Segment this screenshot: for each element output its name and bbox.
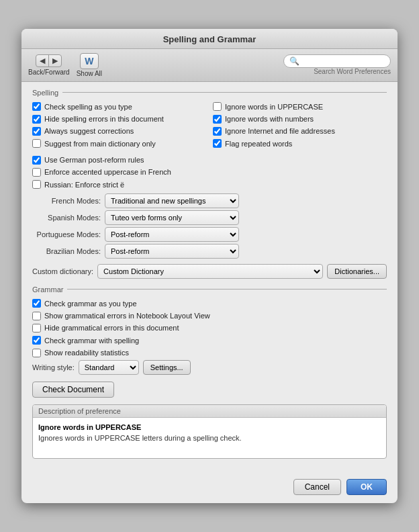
ignore-internet-label: Ignore Internet and file addresses [225, 126, 335, 136]
portuguese-mode-select[interactable]: Post-reform [105, 227, 239, 242]
hide-spelling-checkbox[interactable] [32, 115, 41, 124]
suggest-main-label: Suggest from main dictionary only [44, 139, 156, 148]
enforce-accented-checkbox[interactable] [32, 168, 41, 177]
bottom-buttons: Cancel OK [21, 475, 398, 503]
russian-strict-checkbox[interactable] [32, 180, 41, 189]
french-mode-select[interactable]: Traditional and new spellings [105, 193, 239, 208]
russian-strict-label: Russian: Enforce strict ё [44, 180, 124, 189]
search-label: Search Word Preferences [314, 68, 391, 75]
use-german-label: Use German post-reform rules [44, 155, 144, 165]
custom-dict-label: Custom dictionary: [32, 267, 93, 275]
hide-grammar-checkbox[interactable] [32, 324, 41, 332]
check-spelling-label: Check spelling as you type [44, 102, 132, 112]
description-section: Description of preference Ignore words i… [32, 404, 387, 459]
check-spelling-row: Check spelling as you type [32, 102, 206, 112]
spelling-section-header: Spelling [32, 89, 387, 97]
brazilian-mode-row: Brazilian Modes: Post-reform [32, 244, 387, 259]
language-modes-section: French Modes: Traditional and new spelli… [32, 193, 387, 259]
use-german-row: Use German post-reform rules [32, 155, 387, 165]
writing-style-row: Writing style: Standard Settings... [32, 360, 387, 375]
description-body-text: Ignores words in UPPERCASE letters durin… [38, 434, 381, 442]
brazilian-mode-select[interactable]: Post-reform [105, 244, 239, 259]
grammar-section: Grammar Check grammar as you type Show g… [32, 285, 387, 375]
ignore-internet-row: Ignore Internet and file addresses [213, 126, 387, 136]
grammar-divider [67, 289, 387, 290]
writing-style-select[interactable]: Standard [79, 360, 139, 375]
ignore-numbers-checkbox[interactable] [213, 115, 222, 124]
check-grammar-row: Check grammar as you type [32, 299, 387, 308]
main-window: Spelling and Grammar ◀ ▶ Back/Forward W … [21, 29, 398, 504]
forward-button[interactable]: ▶ [49, 55, 61, 66]
ignore-uppercase-label: Ignore words in UPPERCASE [225, 102, 323, 112]
show-readability-row: Show readability statistics [32, 348, 387, 357]
hide-spelling-label: Hide spelling errors in this document [44, 114, 164, 124]
ok-button[interactable]: OK [346, 479, 387, 495]
titlebar: Spelling and Grammar [21, 29, 398, 49]
hide-spelling-row: Hide spelling errors in this document [32, 114, 206, 124]
check-grammar-label: Check grammar as you type [44, 299, 137, 308]
brazilian-mode-label: Brazilian Modes: [32, 247, 105, 255]
suggest-main-row: Suggest from main dictionary only [32, 139, 206, 148]
search-box[interactable]: 🔍 [283, 54, 391, 68]
cancel-button[interactable]: Cancel [293, 479, 341, 495]
ignore-uppercase-checkbox[interactable] [213, 102, 222, 111]
show-grammar-notebook-row: Show grammatical errors in Notebook Layo… [32, 311, 387, 320]
always-suggest-row: Always suggest corrections [32, 126, 206, 136]
spanish-mode-label: Spanish Modes: [32, 214, 105, 222]
always-suggest-label: Always suggest corrections [44, 126, 134, 136]
portuguese-mode-label: Portuguese Modes: [32, 230, 105, 238]
hide-grammar-row: Hide grammatical errors in this document [32, 323, 387, 332]
extra-checks-section: Use German post-reform rules Enforce acc… [32, 155, 387, 189]
ignore-uppercase-row: Ignore words in UPPERCASE [213, 102, 387, 112]
flag-repeated-checkbox[interactable] [213, 139, 222, 148]
toolbar: ◀ ▶ Back/Forward W Show All 🔍 Search Wor… [21, 49, 398, 82]
spelling-col-left: Check spelling as you type Hide spelling… [32, 102, 206, 151]
hide-grammar-label: Hide grammatical errors in this document [44, 323, 179, 332]
settings-button[interactable]: Settings... [143, 360, 191, 375]
back-forward-label: Back/Forward [28, 69, 70, 76]
writing-style-label: Writing style: [32, 363, 75, 371]
ignore-numbers-row: Ignore words with numbers [213, 114, 387, 124]
show-readability-label: Show readability statistics [44, 348, 129, 357]
ignore-internet-checkbox[interactable] [213, 127, 222, 136]
custom-dictionary-row: Custom dictionary: Custom Dictionary Dic… [32, 264, 387, 279]
custom-dict-select[interactable]: Custom Dictionary [97, 264, 323, 279]
show-all-icon: W [80, 53, 99, 69]
spanish-mode-select[interactable]: Tuteo verb forms only [105, 210, 239, 225]
search-input[interactable] [302, 57, 385, 65]
grammar-section-header: Grammar [32, 285, 387, 294]
description-body: Ignore words in UPPERCASE Ignores words … [33, 418, 386, 458]
always-suggest-checkbox[interactable] [32, 127, 41, 136]
spelling-col-right: Ignore words in UPPERCASE Ignore words w… [213, 102, 387, 151]
content-area: Spelling Check spelling as you type Hide… [21, 82, 398, 476]
show-all-label: Show All [77, 70, 102, 77]
spanish-mode-row: Spanish Modes: Tuteo verb forms only [32, 210, 387, 225]
check-spelling-checkbox[interactable] [32, 102, 41, 111]
back-forward-control[interactable]: ◀ ▶ [36, 54, 62, 67]
spelling-options-columns: Check spelling as you type Hide spelling… [32, 102, 387, 151]
spelling-divider [62, 92, 387, 93]
enforce-accented-label: Enforce accented uppercase in French [44, 167, 171, 177]
show-grammar-notebook-checkbox[interactable] [32, 312, 41, 320]
french-mode-label: French Modes: [32, 197, 105, 205]
check-grammar-spelling-label: Check grammar with spelling [44, 336, 139, 345]
show-readability-checkbox[interactable] [32, 349, 41, 357]
flag-repeated-row: Flag repeated words [213, 139, 387, 148]
dictionaries-button[interactable]: Dictionaries... [327, 264, 387, 279]
suggest-main-checkbox[interactable] [32, 139, 41, 148]
check-grammar-checkbox[interactable] [32, 299, 41, 308]
back-button[interactable]: ◀ [36, 55, 49, 66]
check-grammar-spelling-checkbox[interactable] [32, 336, 41, 345]
portuguese-mode-row: Portuguese Modes: Post-reform [32, 227, 387, 242]
grammar-section-title: Grammar [32, 285, 63, 294]
show-all-button[interactable]: W Show All [77, 53, 102, 77]
use-german-checkbox[interactable] [32, 156, 41, 165]
enforce-accented-row: Enforce accented uppercase in French [32, 167, 387, 177]
description-header: Description of preference [33, 405, 386, 418]
flag-repeated-label: Flag repeated words [225, 139, 292, 148]
ignore-numbers-label: Ignore words with numbers [225, 114, 314, 124]
search-icon: 🔍 [289, 56, 299, 66]
french-mode-row: French Modes: Traditional and new spelli… [32, 193, 387, 208]
check-document-button[interactable]: Check Document [32, 382, 114, 398]
spelling-section-title: Spelling [32, 89, 58, 97]
